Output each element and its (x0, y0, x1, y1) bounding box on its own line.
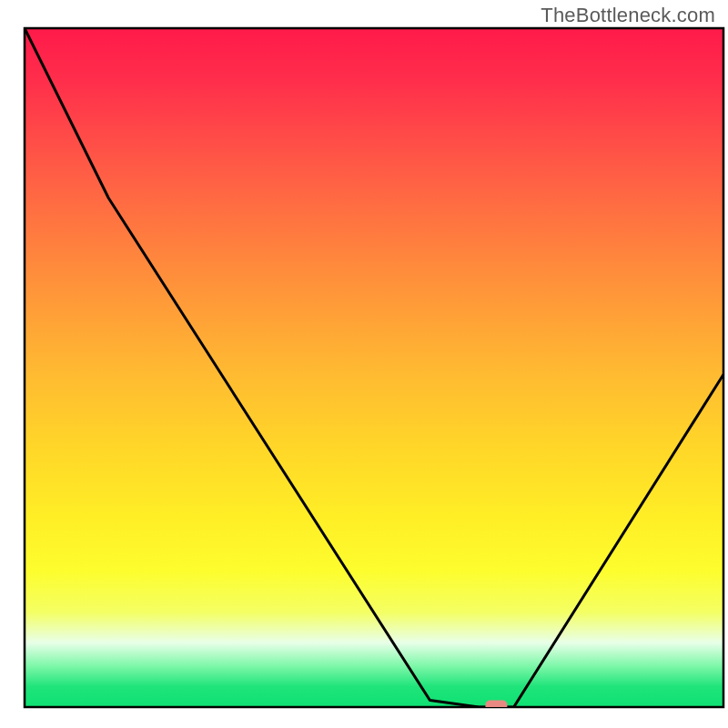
watermark-text: TheBottleneck.com (541, 4, 715, 27)
optimal-marker (485, 701, 507, 711)
gradient-background (25, 28, 723, 707)
bottleneck-chart (0, 0, 728, 728)
